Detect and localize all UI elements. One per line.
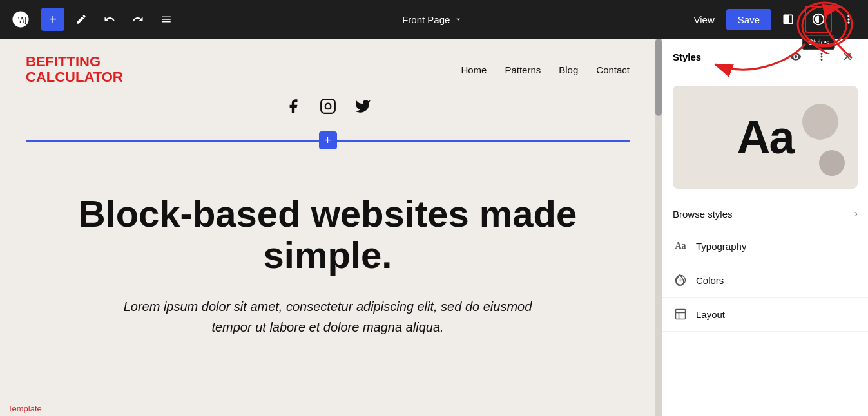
colors-label: Colors xyxy=(696,275,724,286)
template-label: Template xyxy=(0,401,655,416)
block-divider: + xyxy=(0,131,655,149)
page-title-button[interactable]: Front Page xyxy=(402,14,463,25)
divider-line-left xyxy=(26,140,319,142)
site-header: BEFITTING CALCULATOR Home Patterns Blog … xyxy=(0,39,655,95)
style-preview-card: Aa xyxy=(673,86,858,189)
wp-logo[interactable]: W xyxy=(8,6,34,32)
hero-subtitle: Lorem ipsum dolor sit amet, consectetur … xyxy=(122,296,534,337)
styles-panel: Styles Aa Browse styles › xyxy=(662,39,868,416)
chevron-right-icon: › xyxy=(854,208,858,220)
edit-button[interactable] xyxy=(70,8,93,31)
styles-button-container: Styles xyxy=(805,6,832,33)
browse-styles-label: Browse styles xyxy=(673,209,733,220)
add-block-divider-button[interactable]: + xyxy=(319,131,337,149)
redo-button[interactable] xyxy=(126,8,149,31)
styles-tooltip: Styles xyxy=(802,35,835,50)
layout-label: Layout xyxy=(696,309,725,320)
scrollbar-thumb[interactable] xyxy=(655,39,662,116)
undo-button[interactable] xyxy=(98,8,121,31)
styles-button[interactable]: Styles xyxy=(805,6,832,33)
nav-item-home[interactable]: Home xyxy=(461,64,487,75)
typography-label: Typography xyxy=(696,241,746,252)
toolbar-right: View Save Styles xyxy=(688,6,860,33)
layout-option-row[interactable]: Layout xyxy=(662,298,868,332)
instagram-icon[interactable] xyxy=(320,98,336,118)
main-area: BEFITTING CALCULATOR Home Patterns Blog … xyxy=(0,39,868,416)
panel-close-button[interactable] xyxy=(837,46,858,67)
styles-panel-title: Styles xyxy=(673,52,701,62)
list-view-button[interactable] xyxy=(155,8,178,31)
hero-title: Block-based websites made simple. xyxy=(39,193,617,276)
view-button[interactable]: View xyxy=(688,10,721,29)
hero-section: Block-based websites made simple. Lorem … xyxy=(0,155,655,363)
editor-scrollbar[interactable] xyxy=(655,39,662,416)
colors-icon xyxy=(673,272,688,288)
style-preview-aa: Aa xyxy=(737,111,793,164)
site-nav: Home Patterns Blog Contact xyxy=(461,64,630,75)
layout-icon xyxy=(673,307,688,322)
page-title-text: Front Page xyxy=(402,14,450,25)
svg-rect-6 xyxy=(676,310,686,319)
save-button[interactable]: Save xyxy=(726,9,771,30)
svg-text:W: W xyxy=(17,15,24,24)
facebook-icon[interactable] xyxy=(285,98,302,118)
style-preview-circle-small xyxy=(819,150,845,176)
toggle-sidebar-button[interactable] xyxy=(776,8,800,31)
more-options-button[interactable] xyxy=(837,8,860,31)
browse-styles-row[interactable]: Browse styles › xyxy=(662,199,868,229)
styles-panel-header: Styles xyxy=(662,39,868,75)
typography-icon: Aa xyxy=(673,238,688,254)
svg-rect-4 xyxy=(321,100,335,114)
social-icons-row xyxy=(0,95,655,126)
style-preview-circle-large xyxy=(802,104,838,140)
nav-item-contact[interactable]: Contact xyxy=(596,64,630,75)
nav-item-blog[interactable]: Blog xyxy=(559,64,578,75)
twitter-icon[interactable] xyxy=(354,98,371,118)
toolbar: W + Front Page View Save Styles xyxy=(0,0,868,39)
colors-option-row[interactable]: Colors xyxy=(662,263,868,298)
typography-option-row[interactable]: Aa Typography xyxy=(662,229,868,263)
editor-preview: BEFITTING CALCULATOR Home Patterns Blog … xyxy=(0,39,655,416)
page-title-area: Front Page xyxy=(183,14,682,25)
site-logo: BEFITTING CALCULATOR xyxy=(26,54,123,85)
divider-line-right xyxy=(337,140,630,142)
nav-item-patterns[interactable]: Patterns xyxy=(505,64,541,75)
add-block-button[interactable]: + xyxy=(41,8,64,31)
